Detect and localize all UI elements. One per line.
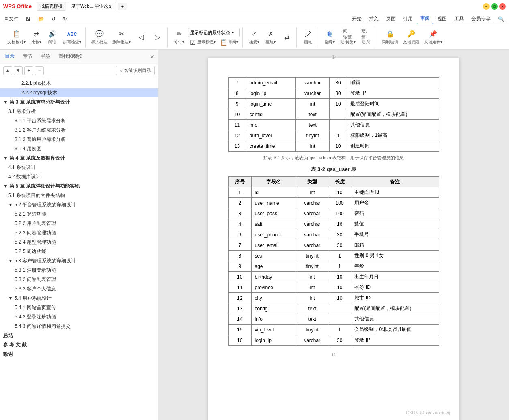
menu-undo[interactable]: ↺ — [48, 15, 59, 24]
toc-up-button[interactable]: ▲ — [3, 66, 12, 75]
toc-item-54[interactable]: ▼ 5.4 用户系统设计 — [0, 294, 158, 303]
simp-button[interactable]: 繁,简 繁,简 — [359, 29, 373, 46]
toc-item-541[interactable]: 5.4.1 网站首页宣传 — [0, 303, 158, 312]
accept-button[interactable]: ✓ 接受▾ — [247, 29, 261, 46]
show-markup-button[interactable]: ☑ 显示标记▾ — [188, 38, 217, 46]
cell-length: 30 — [329, 88, 347, 99]
toc-item-525[interactable]: 5.2.5 周边功能 — [0, 247, 158, 256]
toc-item-543[interactable]: 5.4.3 问卷详情和问卷提交 — [0, 322, 158, 331]
toc-item-532[interactable]: 5.3.2 问卷列表管理 — [0, 275, 158, 284]
minimize-button[interactable]: − — [483, 3, 490, 10]
toc-item-312[interactable]: 3.1.2 客户系统需求分析 — [0, 126, 158, 135]
table-row: 8 login_ip varchar 30 登录 IP — [229, 88, 439, 99]
cell-seq: 2 — [229, 198, 252, 208]
doc-check-button[interactable]: 📋 文档校对▾ — [6, 29, 27, 46]
cell-type: int — [296, 272, 328, 282]
toc-item-522[interactable]: 5.2.2 用户列表管理 — [0, 219, 158, 228]
toc-item-references[interactable]: 参 考 文 献 — [0, 340, 158, 350]
toc-item-531[interactable]: 5.3.1 注册登录功能 — [0, 266, 158, 275]
toc-item-314[interactable]: 3.1.4 用例图 — [0, 144, 158, 154]
cell-seq: 7 — [229, 240, 252, 251]
toc-item-ch3[interactable]: ▼ 第 3 章 系统需求分析与设计 — [0, 97, 158, 107]
toc-item-313[interactable]: 3.1.3 普通用户需求分析 — [0, 135, 158, 144]
toc-add-button[interactable]: + — [24, 66, 33, 75]
display-mode-dropdown[interactable]: 显示标记的最终状态 ▾ — [188, 28, 240, 37]
toc-item-524[interactable]: 5.2.4 题型管理功能 — [0, 238, 158, 247]
toc-tab-directory[interactable]: 目录 — [3, 52, 16, 61]
watermark: CSDN @biyezuopinvip — [406, 410, 451, 415]
insert-comment-button[interactable]: 💬 插入批注 — [90, 29, 109, 46]
toc-item-222[interactable]: 2.2.2 mysql 技术 — [0, 88, 158, 97]
menu-start[interactable]: 开始 — [349, 14, 365, 24]
menu-reference[interactable]: 引用 — [400, 14, 416, 24]
toc-item-523[interactable]: 5.2.3 问卷管理功能 — [0, 228, 158, 238]
nav-comment-prev-button[interactable]: ◁ — [134, 32, 149, 43]
toc-item-51[interactable]: 5.1 系统项目的文件夹结构 — [0, 191, 158, 200]
menu-redo[interactable]: ↻ — [60, 15, 70, 24]
menu-review[interactable]: 审阅 — [417, 13, 433, 24]
toc-tab-chapter[interactable]: 章节 — [21, 52, 34, 61]
smart-toc-button[interactable]: ○ 智能识别目录 — [116, 66, 155, 75]
move-handle[interactable]: ⊕ — [331, 54, 336, 60]
trad-simp-button[interactable]: 间,转繁 繁,转繁▾ — [339, 29, 357, 46]
tab-add[interactable]: + — [118, 3, 127, 10]
paint-button[interactable]: 🖊 画笔 — [301, 29, 315, 46]
translate-button[interactable]: 翻 翻译▾ — [322, 29, 337, 46]
tab-document[interactable]: 基于Web... 毕业论文 — [68, 2, 116, 11]
cell-type: varchar — [296, 240, 328, 251]
tab-template[interactable]: 找稿壳模板 — [37, 2, 66, 11]
read-aloud-button[interactable]: 🔊 朗读 — [45, 29, 60, 46]
smart-toc-label: 智能识别目录 — [124, 67, 151, 74]
toc-remove-button[interactable]: − — [35, 66, 44, 75]
cell-type: text — [296, 303, 328, 314]
table-row: 1 id int 10 主键自增 id — [229, 187, 439, 198]
toc-tab-bookmark[interactable]: 书签 — [39, 52, 52, 61]
toc-item-acknowledgment[interactable]: 致谢 — [0, 350, 158, 359]
toc-item-ch4[interactable]: ▼ 第 4 章 系统及数据库设计 — [0, 154, 158, 163]
toc-item-ch5[interactable]: ▼ 第 5 章 系统详细设计与功能实现 — [0, 182, 158, 191]
cell-field: user_email — [251, 240, 296, 251]
toc-item-conclusion[interactable]: 总结 — [0, 331, 158, 340]
compare2-button[interactable]: ⇄ — [279, 32, 294, 43]
menu-file[interactable]: ≡ 文件 — [2, 14, 22, 24]
toc-item-52[interactable]: ▼ 5.2 平台管理系统的详细设计 — [0, 200, 158, 210]
menu-page[interactable]: 页面 — [383, 14, 399, 24]
toc-item-31[interactable]: 3.1 需求分析 — [0, 107, 158, 116]
right-panel[interactable]: ⊕ 7 admin_email varchar 30 邮箱 8 login_ip… — [158, 50, 509, 420]
doc-permission-button[interactable]: 🔑 文档权限 — [401, 29, 421, 46]
maximize-button[interactable]: □ — [491, 3, 498, 10]
cell-seq: 15 — [229, 325, 252, 335]
restrict-edit-button[interactable]: 🔒 限制编辑 — [380, 29, 400, 46]
compare-button[interactable]: ⇄ 比较▾ — [29, 29, 43, 46]
menu-search[interactable]: 🔍 — [495, 15, 507, 24]
menu-open[interactable]: 📂 — [35, 15, 47, 24]
menu-insert[interactable]: 插入 — [366, 14, 382, 24]
cell-field: create_time — [246, 141, 296, 152]
close-button[interactable]: × — [499, 3, 506, 10]
toc-item-533[interactable]: 5.3.3 客户个人信息 — [0, 284, 158, 294]
spell-check-button[interactable]: ABC 拼写检查▾ — [61, 29, 83, 46]
cell-type: text — [296, 109, 329, 120]
menu-tools[interactable]: 工具 — [451, 14, 467, 24]
toc-item-311[interactable]: 3.1.1 平台系统需求分析 — [0, 116, 158, 126]
doc-finalize-button[interactable]: 📌 文档定稿▾ — [423, 29, 444, 46]
menu-save[interactable]: 🖫 — [23, 15, 34, 24]
cell-type: tinyint — [296, 261, 328, 272]
menu-view[interactable]: 视图 — [434, 14, 450, 24]
review-pane-button[interactable]: 📋 审阅▾ — [219, 38, 240, 46]
toc-item-221[interactable]: 2.2.1 php技术 — [0, 79, 158, 88]
toc-item-53[interactable]: ▼ 5.3 客户管理系统的详细设计 — [0, 256, 158, 266]
toc-item-42[interactable]: 4.2 数据库设计 — [0, 172, 158, 182]
toc-item-41[interactable]: 4.1 系统设计 — [0, 163, 158, 172]
track-changes-button[interactable]: ✏ 修订▾ — [172, 29, 186, 46]
nav-comment-next-button[interactable]: ▷ — [150, 32, 165, 43]
toc-item-542[interactable]: 5.4.2 登录注册功能 — [0, 312, 158, 322]
menu-vip[interactable]: 会员专享 — [468, 14, 494, 24]
toc-down-button[interactable]: ▼ — [14, 66, 23, 75]
delete-comment-button[interactable]: ✂ 删除批注▾ — [111, 29, 132, 46]
toc-item-521[interactable]: 5.2.1 登陆功能 — [0, 210, 158, 219]
toc-close-button[interactable]: ✕ — [150, 54, 155, 60]
toc-tab-find-replace[interactable]: 查找和替换 — [57, 52, 84, 61]
compare-icon: ⇄ — [31, 30, 41, 39]
reject-button[interactable]: ✗ 拒绝▾ — [263, 29, 278, 46]
